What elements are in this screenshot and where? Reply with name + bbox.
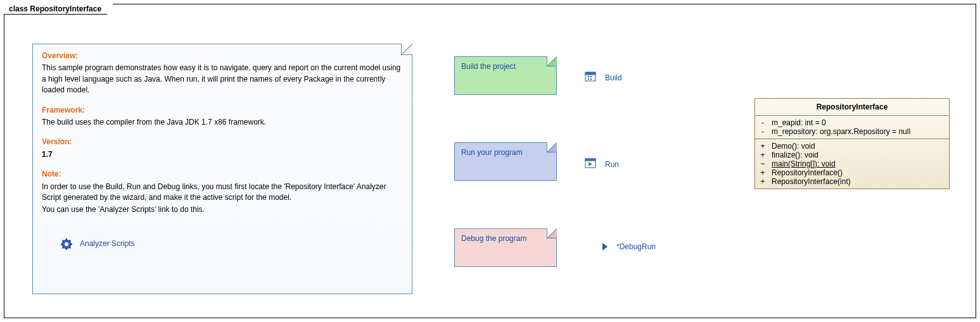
note-fold-icon	[547, 142, 557, 152]
svg-rect-10	[585, 74, 595, 81]
note-text-1: In order to use the Build, Run and Debug…	[42, 182, 403, 204]
svg-line-8	[70, 240, 71, 241]
build-label: Build	[605, 73, 622, 82]
build-icon	[585, 71, 596, 84]
class-member: +finalize(): void	[760, 151, 944, 159]
overview-heading: Overview:	[42, 51, 403, 61]
note-text-2: You can use the 'Analyzer Scripts' link …	[42, 204, 403, 215]
class-member: -m_eapid: int = 0	[760, 118, 944, 127]
sticky-run: Run your program	[454, 142, 557, 181]
run-link[interactable]: Run	[585, 158, 619, 170]
class-repositoryinterface[interactable]: RepositoryInterface -m_eapid: int = 0-m_…	[754, 98, 950, 189]
gear-icon	[61, 238, 72, 250]
analyzer-scripts-label: Analyzer Scripts	[80, 238, 135, 249]
run-icon	[585, 158, 596, 170]
sticky-debug-label: Debug the program	[461, 234, 526, 243]
svg-rect-17	[585, 159, 595, 161]
class-member: +Demo(): void	[760, 142, 944, 151]
svg-rect-12	[588, 76, 589, 77]
note-fold-icon	[547, 228, 557, 238]
debug-link[interactable]: *DebugRun	[602, 242, 656, 251]
play-icon	[602, 243, 608, 251]
svg-line-9	[63, 247, 64, 248]
svg-rect-14	[588, 78, 589, 80]
svg-line-7	[70, 247, 71, 248]
svg-rect-13	[590, 76, 592, 77]
class-member: +RepositoryInterface(int)	[760, 177, 944, 186]
run-label: Run	[605, 160, 619, 169]
class-operations: +Demo(): void+finalize(): void~main(Stri…	[755, 139, 949, 189]
sticky-run-label: Run your program	[461, 148, 523, 157]
svg-line-6	[63, 240, 64, 241]
svg-rect-11	[585, 72, 595, 75]
note-fold-icon	[547, 56, 557, 66]
svg-rect-15	[590, 78, 592, 80]
version-heading: Version:	[42, 137, 403, 147]
note-fold-icon	[401, 44, 412, 55]
class-attributes: -m_eapid: int = 0-m_repository: org.spar…	[755, 116, 949, 139]
class-member: +RepositoryInterface()	[760, 168, 944, 177]
class-title: RepositoryInterface	[755, 99, 949, 116]
note-heading: Note:	[42, 169, 403, 180]
diagram-frame: class RepositoryInterface Overview: This…	[4, 4, 976, 318]
sticky-build: Build the project	[454, 56, 557, 95]
class-member: -m_repository: org.sparx.Repository = nu…	[760, 127, 944, 136]
frame-title: class RepositoryInterface	[4, 4, 113, 15]
debug-label: *DebugRun	[616, 242, 656, 251]
overview-note: Overview: This sample program demonstrat…	[32, 44, 412, 294]
framework-text: The build uses the compiler from the Jav…	[42, 117, 403, 128]
sticky-build-label: Build the project	[461, 62, 516, 71]
svg-point-1	[65, 242, 68, 246]
analyzer-scripts-link[interactable]: Analyzer Scripts	[61, 238, 403, 250]
framework-heading: Framework:	[42, 105, 403, 116]
class-member: ~main(String[]): void	[760, 159, 944, 168]
build-link[interactable]: Build	[585, 71, 622, 84]
overview-text: This sample program demonstrates how eas…	[42, 63, 403, 96]
sticky-debug: Debug the program	[454, 228, 557, 267]
version-value: 1.7	[42, 149, 403, 160]
